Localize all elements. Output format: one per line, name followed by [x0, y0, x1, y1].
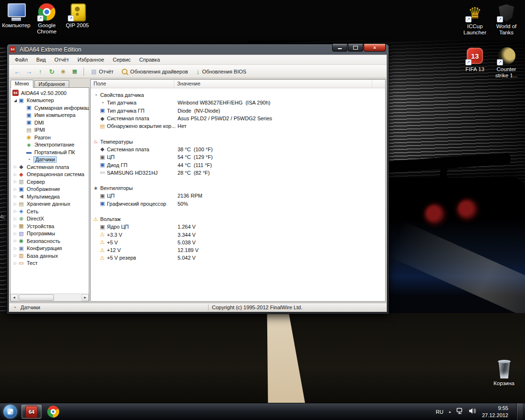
field-row[interactable]: ◆Системная платаAsus P5LD2 / P5WD2 / P5W… — [93, 115, 383, 122]
scroll-left-arrow-icon[interactable]: ◄ — [10, 294, 18, 301]
tree-item[interactable]: ▷▧Программы — [10, 230, 89, 238]
tree-item[interactable]: ▷⊗DirectX — [10, 215, 89, 223]
section-header-row[interactable]: ♨Температуры — [93, 137, 383, 145]
desktop-icon-computer[interactable]: Компьютер — [1, 2, 32, 35]
horizontal-scrollbar[interactable]: ◄ ► — [10, 294, 89, 301]
tree-item[interactable]: 64AIDA64 v2.50.2000 — [10, 89, 89, 97]
tray-clock[interactable]: 9:55 27.12.2012 — [482, 405, 508, 419]
tree-item[interactable]: ▷▣Конфигурация — [10, 245, 89, 252]
expander-closed-icon[interactable]: ▷ — [12, 231, 18, 236]
desktop-icon-qip-2005[interactable]: ↗QIP 2005 — [62, 2, 93, 35]
expander-closed-icon[interactable]: ▷ — [12, 217, 18, 221]
bios-updates-button[interactable]: ↓ Обновления BIOS — [192, 66, 250, 77]
tree-item[interactable]: ▤IPMI — [10, 126, 89, 134]
tree-item[interactable]: ▷◆Системная плата — [10, 163, 89, 171]
tree-item[interactable]: ▬Портативный ПК — [10, 148, 89, 156]
monitor-button[interactable]: ▦ — [69, 68, 80, 74]
expander-closed-icon[interactable]: ▷ — [12, 246, 18, 251]
expander-closed-icon[interactable]: ▷ — [12, 224, 18, 228]
start-button[interactable] — [3, 405, 17, 419]
tree-item[interactable]: ▷▦Устройства — [10, 222, 89, 230]
close-button[interactable]: × — [364, 44, 386, 52]
expander-closed-icon[interactable]: ▷ — [12, 239, 18, 243]
field-row[interactable]: ◔Тип датчикаWinbond W83627EHF/EHG (ISA 2… — [93, 99, 383, 106]
taskbar-button-aida64[interactable]: 64 — [21, 405, 42, 419]
tree-item[interactable]: ▷▭Тест — [10, 260, 89, 267]
section-header-row[interactable]: ∗Вентиляторы — [93, 184, 383, 192]
expander-closed-icon[interactable]: ▷ — [12, 165, 18, 169]
back-button[interactable]: ← — [12, 67, 23, 75]
scrollbar-thumb[interactable] — [19, 294, 54, 301]
field-row[interactable]: ▭SAMSUNG HD321HJ28 °C (82 °F) — [93, 169, 383, 177]
report-button[interactable]: ▤ Отчёт — [87, 67, 117, 76]
report-manager-button[interactable]: ◉ — [58, 68, 69, 74]
expander-closed-icon[interactable]: ▷ — [12, 187, 18, 191]
tray-expand-icon[interactable]: ▲ — [448, 410, 452, 413]
field-row[interactable]: ⚠+5 V5.038 V — [93, 239, 383, 246]
tree-item[interactable]: ◢▣Компьютер — [10, 97, 89, 105]
desktop-icon-counter-strike[interactable]: ↗Counter strike 1... — [491, 46, 522, 89]
volume-icon[interactable] — [469, 408, 476, 416]
field-row[interactable]: ▣Диод ГП44 °C (111 °F) — [93, 161, 383, 168]
forward-button[interactable]: → — [23, 67, 34, 75]
tree-item[interactable]: ◈Электропитание — [10, 141, 89, 149]
tree-item[interactable]: ▣Суммарная информация — [10, 104, 89, 112]
network-icon[interactable] — [456, 408, 464, 416]
menu-item[interactable]: Файл — [10, 56, 32, 63]
column-field[interactable]: Поле — [91, 80, 174, 88]
section-header-row[interactable]: ◔Свойства датчика — [93, 91, 383, 99]
menu-item[interactable]: Избранное — [73, 56, 108, 63]
expander-closed-icon[interactable]: ▷ — [12, 179, 18, 184]
menu-item[interactable]: Вид — [32, 56, 50, 63]
tab-menu[interactable]: Меню — [10, 80, 33, 88]
field-row[interactable]: ⚠+12 V12.189 V — [93, 246, 383, 254]
tree-item[interactable]: ▣Имя компьютера — [10, 112, 89, 119]
tree-item[interactable]: ◔Датчики — [10, 156, 89, 164]
title-bar[interactable]: 64 AIDA64 Extreme Edition × — [9, 44, 387, 54]
tree-item[interactable]: ▣DMI — [10, 119, 89, 126]
desktop-icon-fifa-13[interactable]: 13↗FIFA 13 — [460, 46, 490, 89]
expander-closed-icon[interactable]: ▷ — [12, 202, 18, 206]
field-row[interactable]: ▣Графический процессор50% — [93, 200, 383, 208]
show-desktop-button[interactable] — [516, 403, 523, 420]
field-row[interactable]: ◆Системная плата38 °C (100 °F) — [93, 146, 383, 153]
driver-updates-button[interactable]: Обновления драйверов — [118, 67, 192, 76]
tree-item[interactable]: ▷◈Сеть — [10, 208, 89, 215]
refresh-button[interactable]: ↻ — [46, 68, 57, 75]
tree-item[interactable]: ▷◉Безопасность — [10, 237, 89, 245]
field-row[interactable]: ⚠+3.3 V3.344 V — [93, 231, 383, 238]
expander-closed-icon[interactable]: ▷ — [12, 172, 18, 177]
tree-item[interactable]: ▷◀Мультимедиа — [10, 193, 89, 200]
taskbar-button-chrome[interactable] — [43, 405, 63, 419]
field-row[interactable]: ▣ЦП2136 RPM — [93, 192, 383, 200]
desktop-icon-recycle-bin[interactable]: Корзина — [489, 360, 519, 387]
field-row[interactable]: ▣Ядро ЦП1.264 V — [93, 223, 383, 231]
minimize-button[interactable] — [332, 44, 347, 52]
menu-item[interactable]: Сервис — [108, 56, 135, 63]
language-indicator[interactable]: RU — [436, 409, 443, 415]
field-row[interactable]: ⚠+5 V резерв5.042 V — [93, 254, 383, 262]
menu-item[interactable]: Справка — [135, 56, 164, 63]
tree-item[interactable]: ▷▥Сервер — [10, 178, 89, 186]
expander-closed-icon[interactable]: ▷ — [12, 253, 18, 258]
tree-item[interactable]: ▷▥База данных — [10, 252, 89, 260]
scroll-right-arrow-icon[interactable]: ► — [82, 294, 89, 301]
expander-open-icon[interactable]: ◢ — [12, 98, 18, 103]
tree-item[interactable]: ▷▤Хранение данных — [10, 200, 89, 208]
expander-closed-icon[interactable]: ▷ — [12, 209, 18, 213]
tree-item[interactable]: ▷◆Операционная система — [10, 171, 89, 178]
desktop-icon-world-of-tanks[interactable]: ↗World of Tanks — [491, 3, 522, 46]
field-row[interactable]: ▣Тип датчика ГПDiode (NV-Diode) — [93, 107, 383, 115]
tab-favorites[interactable]: Избранное — [34, 80, 70, 88]
expander-closed-icon[interactable]: ▷ — [12, 261, 18, 265]
menu-item[interactable]: Отчёт — [50, 56, 73, 63]
tree-item[interactable]: ▷▣Отображение — [10, 186, 89, 193]
desktop-icon-google-chrome[interactable]: ↗Google Chrome — [32, 2, 62, 35]
column-value[interactable]: Значение — [174, 80, 372, 88]
tree-item[interactable]: ◉Разгон — [10, 134, 89, 141]
section-header-row[interactable]: ⚠Вольтаж — [93, 215, 383, 223]
up-button[interactable]: ↑ — [35, 68, 46, 75]
maximize-button[interactable] — [348, 44, 363, 52]
field-row[interactable]: ▤Обнаружено вскрытие кор...Нет — [93, 122, 383, 130]
desktop-icon-iccup-launcher[interactable]: ↗ICCup Launcher — [460, 3, 490, 46]
